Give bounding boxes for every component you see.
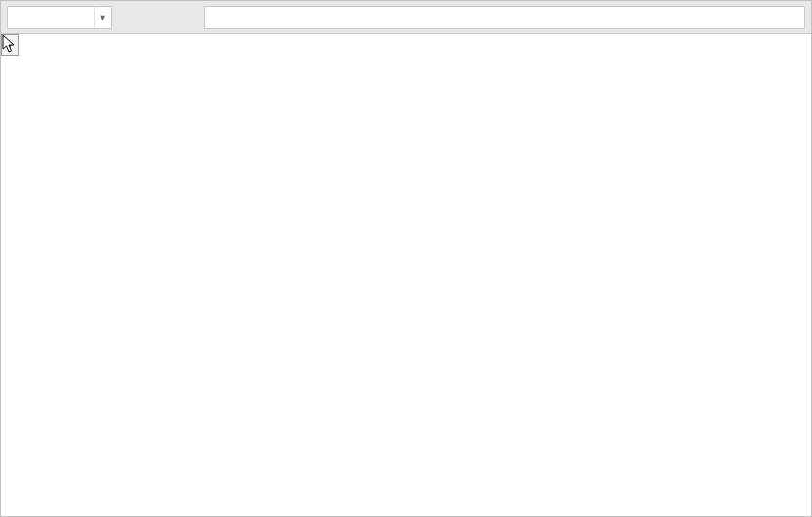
formula-bar: ▼ xyxy=(1,1,811,34)
name-box-wrap: ▼ xyxy=(7,6,112,29)
spreadsheet-window: ▼ ▼ xyxy=(0,0,812,517)
name-box[interactable] xyxy=(8,7,94,28)
grid-area[interactable]: ▼ xyxy=(1,34,811,516)
fx-icon[interactable] xyxy=(173,6,198,29)
formula-input[interactable] xyxy=(204,6,805,29)
confirm-icon[interactable] xyxy=(145,6,171,29)
cancel-icon[interactable] xyxy=(118,6,143,29)
data-validation-dropdown[interactable]: ▼ xyxy=(1,34,19,56)
name-box-dropdown[interactable]: ▼ xyxy=(94,7,111,28)
formula-bar-buttons xyxy=(118,6,198,29)
